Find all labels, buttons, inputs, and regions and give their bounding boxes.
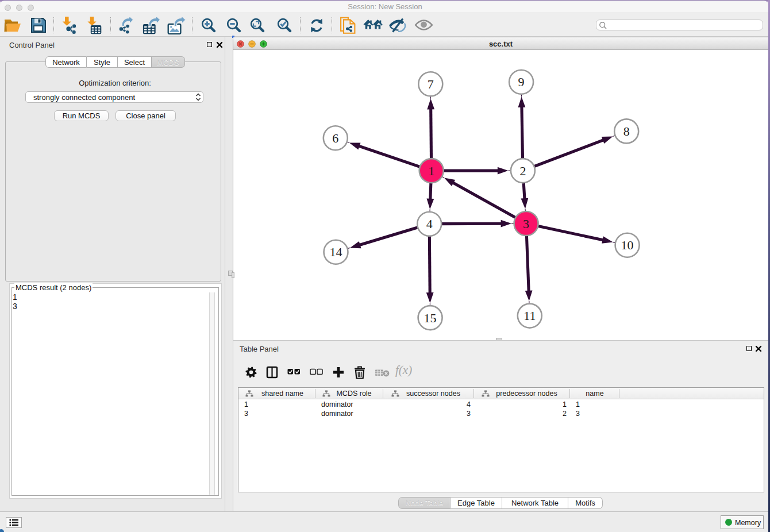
svg-text:4: 4 (426, 217, 433, 231)
svg-text:15: 15 (424, 311, 437, 325)
svg-text:1: 1 (428, 164, 434, 178)
svg-text:3: 3 (523, 217, 529, 231)
svg-text:10: 10 (621, 238, 634, 252)
svg-text:9: 9 (518, 75, 525, 89)
svg-text:11: 11 (523, 309, 536, 323)
svg-text:8: 8 (623, 124, 630, 138)
svg-text:7: 7 (428, 77, 434, 91)
svg-text:14: 14 (330, 245, 342, 259)
svg-text:6: 6 (332, 131, 338, 145)
svg-text:2: 2 (519, 164, 526, 178)
